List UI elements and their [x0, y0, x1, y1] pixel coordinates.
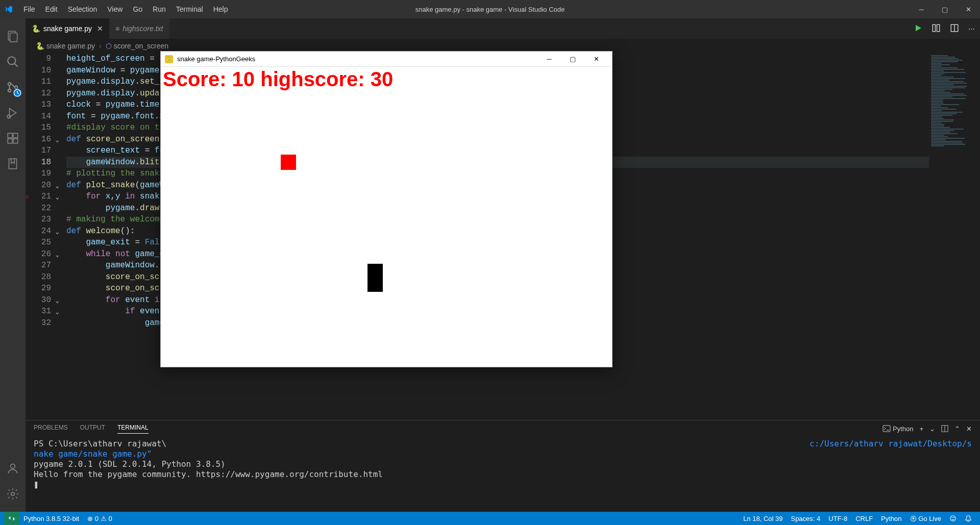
svg-point-24 — [952, 517, 952, 517]
breakpoint-icon[interactable] — [26, 195, 29, 199]
panel-tab-problems[interactable]: PROBLEMS — [34, 424, 68, 434]
close-window-button[interactable]: ✕ — [957, 0, 980, 18]
pygame-title: snake game-PythonGeeks — [177, 55, 255, 63]
extensions-icon[interactable] — [0, 126, 26, 151]
run-debug-icon[interactable] — [0, 100, 26, 126]
menu-go[interactable]: Go — [128, 3, 148, 15]
python-interpreter[interactable]: Python 3.8.5 32-bit — [19, 512, 83, 525]
split-editor-icon[interactable] — [950, 23, 959, 34]
svg-rect-12 — [13, 133, 18, 138]
terminal-output[interactable]: PS C:\Users\atharv rajawat\c:/Users/atha… — [26, 437, 980, 512]
more-actions-icon[interactable]: ⋯ — [968, 25, 975, 33]
terminal-dropdown-icon[interactable]: ⌄ — [929, 425, 935, 433]
pygame-game-window[interactable]: 🐍 snake game-PythonGeeks ─ ▢ ✕ Score: 10… — [160, 51, 612, 367]
status-bar: Python 3.8.5 32-bit ⊗ 0 ⚠ 0 Ln 18, Col 3… — [0, 512, 980, 525]
settings-gear-icon[interactable] — [0, 481, 26, 507]
svg-point-23 — [950, 515, 956, 521]
search-icon[interactable] — [0, 49, 26, 74]
explorer-icon[interactable] — [0, 23, 26, 49]
line-number: 25 — [26, 237, 51, 248]
fold-chevron-icon[interactable]: ⌄ — [56, 192, 59, 204]
window-title: snake game.py - snake game - Visual Stud… — [415, 6, 565, 13]
maximize-panel-icon[interactable]: ⌃ — [954, 425, 960, 433]
account-icon[interactable] — [0, 456, 26, 481]
pygame-close-button[interactable]: ✕ — [584, 52, 608, 67]
minimize-button[interactable]: ─ — [910, 0, 933, 18]
editor-tab-bar: 🐍snake game.py✕≡highscore.txt ⋯ — [26, 18, 980, 39]
fold-chevron-icon[interactable]: ⌄ — [56, 135, 59, 146]
svg-point-5 — [8, 89, 11, 92]
encoding[interactable]: UTF-8 — [824, 515, 851, 522]
close-tab-icon[interactable]: ✕ — [97, 24, 103, 33]
run-file-icon[interactable] — [914, 24, 922, 34]
pygame-maximize-button[interactable]: ▢ — [561, 52, 584, 67]
minimap[interactable] — [929, 53, 980, 420]
fold-chevron-icon[interactable]: ⌄ — [56, 307, 59, 318]
score-display: Score: 10 highscore: 30 — [163, 68, 393, 91]
svg-rect-20 — [883, 426, 890, 432]
fold-chevron-icon[interactable]: ⌄ — [56, 249, 59, 261]
compare-icon[interactable] — [932, 23, 941, 34]
game-canvas: Score: 10 highscore: 30 — [161, 67, 612, 367]
snake-body — [368, 264, 383, 292]
menu-file[interactable]: File — [18, 3, 40, 15]
menu-terminal[interactable]: Terminal — [171, 3, 208, 15]
line-number: 28 — [26, 271, 51, 283]
line-number: 26⌄ — [26, 248, 51, 260]
breadcrumb-symbol[interactable]: score_on_screen — [114, 42, 168, 50]
language-mode[interactable]: Python — [877, 515, 905, 522]
notifications-bell-icon[interactable] — [961, 515, 976, 522]
python-icon: 🐍 — [36, 42, 44, 50]
svg-rect-17 — [937, 24, 940, 32]
bottom-panel: PROBLEMSOUTPUTTERMINAL Python + ⌄ ⌃ ✕ PS… — [26, 420, 980, 512]
line-number: 10 — [26, 65, 51, 77]
close-panel-icon[interactable]: ✕ — [966, 425, 972, 433]
cursor-position[interactable]: Ln 18, Col 39 — [739, 515, 787, 522]
fold-chevron-icon[interactable]: ⌄ — [56, 181, 59, 192]
text-file-icon: ≡ — [115, 24, 119, 33]
menu-run[interactable]: Run — [148, 3, 171, 15]
menu-edit[interactable]: Edit — [40, 3, 63, 15]
chevron-right-icon: › — [99, 42, 102, 50]
indentation[interactable]: Spaces: 4 — [787, 515, 824, 522]
fold-chevron-icon[interactable]: ⌄ — [56, 295, 59, 307]
line-number: 16⌄ — [26, 134, 51, 145]
terminal-profile-dropdown[interactable]: Python — [883, 424, 913, 433]
line-number: 29 — [26, 283, 51, 294]
line-number: 30⌄ — [26, 294, 51, 306]
svg-rect-11 — [13, 139, 18, 143]
new-terminal-icon[interactable]: + — [919, 425, 923, 433]
breadcrumb-file[interactable]: snake game.py — [46, 42, 95, 50]
editor-tab[interactable]: 🐍snake game.py✕ — [26, 18, 109, 39]
svg-point-2 — [8, 57, 15, 64]
pygame-minimize-button[interactable]: ─ — [537, 52, 561, 67]
feedback-icon[interactable] — [945, 515, 961, 522]
menu-selection[interactable]: Selection — [63, 3, 103, 15]
source-control-icon[interactable] — [0, 74, 26, 100]
panel-tab-terminal[interactable]: TERMINAL — [117, 424, 149, 434]
maximize-button[interactable]: ▢ — [933, 0, 957, 18]
pygame-titlebar[interactable]: 🐍 snake game-PythonGeeks ─ ▢ ✕ — [161, 52, 612, 67]
terminal-line: ❚ — [34, 480, 972, 490]
problems-count[interactable]: ⊗ 0 ⚠ 0 — [83, 512, 116, 525]
eol[interactable]: CRLF — [851, 515, 877, 522]
activity-bar — [0, 18, 26, 512]
line-number: 15 — [26, 122, 51, 134]
line-number: 11 — [26, 76, 51, 88]
python-file-icon: 🐍 — [32, 24, 40, 33]
line-number: 23 — [26, 214, 51, 226]
fold-chevron-icon[interactable]: ⌄ — [56, 227, 59, 238]
menu-view[interactable]: View — [102, 3, 128, 15]
svg-rect-1 — [10, 33, 17, 42]
split-terminal-icon[interactable] — [941, 425, 948, 432]
svg-line-3 — [14, 63, 18, 67]
bookmark-icon[interactable] — [0, 151, 26, 177]
editor-tab[interactable]: ≡highscore.txt — [109, 18, 169, 39]
remote-indicator[interactable] — [4, 512, 19, 525]
window-controls: ─ ▢ ✕ — [910, 0, 980, 18]
panel-tab-output[interactable]: OUTPUT — [80, 424, 105, 434]
menu-help[interactable]: Help — [208, 3, 233, 15]
line-number: 9 — [26, 53, 51, 65]
go-live-button[interactable]: ⦿ Go Live — [906, 515, 945, 522]
terminal-type-label: Python — [893, 425, 913, 433]
